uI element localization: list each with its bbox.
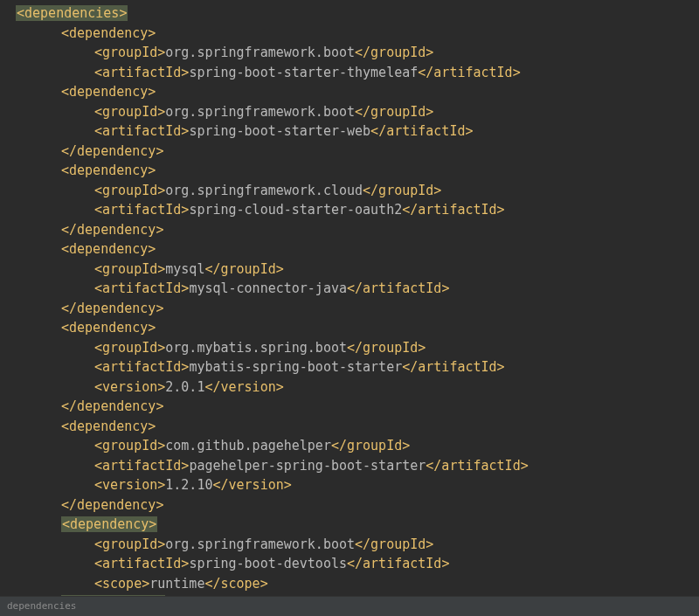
xml-tag: /version	[221, 477, 284, 493]
xml-tag: dependency	[69, 163, 148, 178]
xml-tag: dependency	[70, 516, 149, 532]
xml-tag: /dependency	[69, 398, 156, 414]
xml-tag: /artifactId	[378, 123, 465, 139]
xml-text: pagehelper-spring-boot-starter	[189, 458, 426, 474]
breadcrumb-item[interactable]: dependencies	[7, 600, 76, 612]
xml-tag: /artifactId	[355, 280, 441, 296]
code-line[interactable]: </dependency>	[0, 220, 699, 240]
xml-tag: /groupId	[363, 104, 426, 120]
xml-tag: groupId	[102, 340, 157, 356]
xml-text: mysql	[165, 261, 204, 277]
xml-tag: /dependency	[69, 143, 156, 159]
xml-tag: /artifactId	[426, 65, 512, 80]
code-line[interactable]: <dependency>	[0, 417, 699, 437]
xml-tag: /groupId	[339, 438, 402, 453]
code-line[interactable]: <groupId>org.springframework.boot</group…	[0, 535, 699, 555]
code-line[interactable]: <groupId>org.springframework.boot</group…	[0, 102, 699, 122]
code-line[interactable]: <artifactId>pagehelper-spring-boot-start…	[0, 456, 699, 476]
xml-tag: /artifactId	[433, 458, 520, 474]
xml-text: org.springframework.boot	[165, 104, 355, 120]
xml-text: 2.0.1	[165, 379, 204, 395]
xml-tag: scope	[102, 576, 142, 592]
code-line[interactable]: <groupId>org.mybatis.spring.boot</groupI…	[0, 338, 699, 358]
code-line[interactable]: <dependency>	[0, 515, 699, 535]
code-editor[interactable]: <dependencies> <dependency> <groupId>org…	[0, 0, 699, 613]
code-line[interactable]: <artifactId>mysql-connector-java</artifa…	[0, 279, 699, 299]
xml-tag: artifactId	[102, 123, 181, 139]
xml-tag: /artifactId	[355, 556, 441, 571]
code-line[interactable]: </dependency>	[0, 299, 699, 319]
code-line[interactable]: <dependency>	[0, 82, 699, 102]
xml-tag: /dependency	[69, 497, 156, 513]
xml-tag: groupId	[102, 104, 157, 120]
xml-tag: version	[102, 477, 157, 493]
xml-tag: artifactId	[102, 359, 181, 375]
xml-tag: /groupId	[355, 340, 418, 356]
xml-tag: dependency	[69, 84, 148, 100]
xml-tag: /artifactId	[410, 202, 496, 218]
xml-text: org.springframework.boot	[165, 45, 355, 60]
code-line[interactable]: </dependency>	[0, 397, 699, 417]
code-line[interactable]: <artifactId>spring-boot-devtools</artifa…	[0, 554, 699, 574]
xml-text: spring-boot-starter-thymeleaf	[189, 65, 418, 80]
xml-tag: groupId	[102, 261, 157, 277]
xml-tag: artifactId	[102, 65, 181, 80]
xml-tag: /artifactId	[410, 359, 496, 375]
xml-tag: groupId	[102, 45, 157, 60]
xml-tag: /scope	[212, 576, 260, 592]
xml-tag: groupId	[102, 183, 157, 198]
xml-text: spring-boot-starter-web	[189, 123, 370, 139]
code-line[interactable]: <dependency>	[0, 24, 699, 44]
code-line[interactable]: <dependency>	[0, 318, 699, 338]
code-line[interactable]: <artifactId>mybatis-spring-boot-starter<…	[0, 357, 699, 377]
xml-text: runtime	[149, 576, 204, 592]
xml-tag: /dependency	[69, 222, 156, 238]
xml-tag: /version	[212, 379, 275, 395]
xml-tag: /groupId	[212, 261, 275, 277]
xml-tag: artifactId	[102, 280, 181, 296]
code-line[interactable]: <dependency>	[0, 239, 699, 260]
code-line[interactable]: <scope>runtime</scope>	[0, 574, 699, 594]
xml-tag: dependencies	[24, 5, 119, 21]
xml-text: mysql-connector-java	[189, 280, 347, 296]
xml-text: org.mybatis.spring.boot	[165, 340, 347, 356]
xml-text: com.github.pagehelper	[165, 438, 331, 453]
xml-text: org.springframework.boot	[165, 536, 355, 552]
code-line[interactable]: <artifactId>spring-cloud-starter-oauth2<…	[0, 200, 699, 220]
xml-tag: groupId	[102, 438, 157, 453]
xml-tag: dependency	[69, 241, 148, 257]
code-line[interactable]: <artifactId>spring-boot-starter-web</art…	[0, 121, 699, 142]
xml-tag: dependency	[69, 419, 148, 434]
xml-tag: artifactId	[102, 202, 181, 218]
xml-tag: artifactId	[102, 458, 181, 474]
xml-text: 1.2.10	[165, 477, 212, 493]
xml-tag: /groupId	[363, 45, 426, 60]
xml-tag: version	[102, 379, 157, 395]
code-line[interactable]: <version>1.2.10</version>	[0, 475, 699, 495]
xml-text: spring-cloud-starter-oauth2	[189, 202, 402, 218]
xml-tag: dependency	[69, 320, 148, 336]
code-line[interactable]: <groupId>org.springframework.cloud</grou…	[0, 181, 699, 201]
code-line[interactable]: <artifactId>spring-boot-starter-thymelea…	[0, 63, 699, 83]
xml-tag: dependency	[69, 25, 148, 41]
code-line[interactable]: <groupId>mysql</groupId>	[0, 260, 699, 280]
xml-tag: /groupId	[370, 183, 433, 198]
code-line[interactable]: <groupId>com.github.pagehelper</groupId>	[0, 436, 699, 456]
code-line[interactable]: <version>2.0.1</version>	[0, 377, 699, 398]
xml-tag: artifactId	[102, 556, 181, 571]
code-line[interactable]: <dependencies>	[0, 3, 699, 24]
xml-text: mybatis-spring-boot-starter	[189, 359, 402, 375]
xml-text: spring-boot-devtools	[189, 556, 347, 571]
xml-tag: /dependency	[69, 301, 156, 316]
breadcrumb[interactable]: dependencies	[0, 596, 699, 617]
code-line[interactable]: <groupId>org.springframework.boot</group…	[0, 43, 699, 63]
xml-tag: /groupId	[363, 536, 426, 552]
code-line[interactable]: <dependency>	[0, 161, 699, 181]
xml-text: org.springframework.cloud	[165, 183, 363, 198]
xml-tag: groupId	[102, 536, 157, 552]
code-line[interactable]: </dependency>	[0, 142, 699, 162]
code-line[interactable]: </dependency>	[0, 495, 699, 516]
